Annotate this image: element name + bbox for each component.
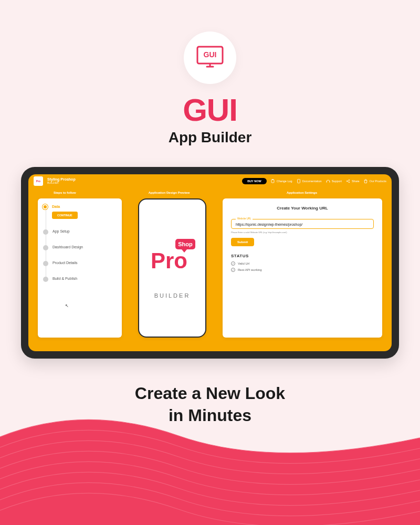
bag-icon	[364, 179, 368, 183]
step-label: Data	[52, 205, 117, 208]
footer-line2: in Minutes	[0, 405, 420, 427]
header-settings: Application Settings	[222, 191, 382, 194]
status-label: Valid Url	[238, 262, 249, 265]
status-rest-api: ✓ Rest API working	[231, 268, 374, 272]
brand-logo-icon: Pro	[34, 176, 43, 186]
step-indicator-icon	[43, 245, 48, 250]
svg-rect-7	[326, 182, 327, 183]
svg-line-13	[348, 181, 349, 182]
step-build-publish[interactable]: Build & Publish	[43, 277, 117, 282]
nav-documentation-label: Documentation	[302, 180, 322, 183]
svg-text:GUI: GUI	[204, 50, 217, 59]
step-indicator-icon	[43, 204, 48, 209]
step-label: Build & Publish	[52, 277, 117, 280]
url-value: https://iqonic.design/wp-themes/proshop/	[236, 223, 302, 226]
clipboard-icon	[271, 179, 275, 183]
status-valid-url: ✓ Valid Url	[231, 261, 374, 266]
cursor-icon: ↖	[65, 303, 69, 308]
phone-logo: Shop Pro	[146, 238, 198, 275]
step-indicator-icon	[43, 229, 48, 235]
svg-point-9	[349, 180, 350, 181]
step-app-setup[interactable]: App Setup	[43, 229, 117, 245]
nav-support-label: Support	[332, 180, 342, 183]
continue-button[interactable]: CONTINUE	[52, 212, 78, 219]
step-indicator-icon	[43, 261, 48, 266]
nav-documentation[interactable]: Documentation	[297, 179, 322, 183]
status-title: STATUS	[231, 254, 374, 258]
footer-headline: Create a New Look in Minutes	[0, 383, 420, 426]
status-label: Rest API working	[238, 268, 262, 271]
step-product-details[interactable]: Product Details	[43, 261, 117, 277]
header-steps: Steps to follow	[38, 191, 117, 194]
svg-point-10	[346, 181, 348, 182]
header-preview: Application Design Preview	[117, 191, 222, 194]
svg-rect-6	[297, 180, 300, 183]
url-label: Website URL	[236, 217, 253, 220]
builder-label: BUILDER	[154, 292, 191, 299]
nav-share[interactable]: Share	[346, 179, 360, 183]
svg-text:Pro: Pro	[151, 248, 187, 273]
app-screen: Pro Styling Proshop BUILDER BUY NOW Chan…	[28, 174, 392, 351]
nav-support[interactable]: Support	[326, 179, 342, 183]
svg-rect-4	[271, 180, 274, 183]
svg-point-11	[349, 182, 350, 183]
pro-shop-logo-icon: Shop Pro	[146, 238, 198, 275]
document-icon	[297, 179, 301, 183]
device-frame: Pro Styling Proshop BUILDER BUY NOW Chan…	[21, 167, 399, 359]
nav-products[interactable]: Our Products	[364, 179, 386, 183]
url-hint: Please Enter a valid Website URL (e.g. h…	[231, 231, 374, 234]
hero-subtitle: App Builder	[169, 129, 252, 146]
svg-rect-5	[272, 179, 274, 180]
submit-button[interactable]: Submit	[231, 238, 254, 246]
brand-text: Styling Proshop BUILDER	[47, 177, 76, 184]
svg-rect-8	[329, 182, 330, 183]
nav-changelog[interactable]: Change Log	[271, 179, 292, 183]
svg-line-12	[348, 180, 349, 181]
share-icon	[346, 179, 350, 183]
hero-title: GUI	[183, 94, 237, 126]
step-label: App Setup	[52, 229, 117, 233]
logo-circle: GUI	[184, 32, 236, 84]
brand-subtitle: BUILDER	[47, 182, 76, 185]
step-label: Dashboard Design	[52, 245, 117, 249]
step-label: Product Details	[52, 261, 117, 265]
url-input[interactable]: Website URL https://iqonic.design/wp-the…	[231, 219, 374, 229]
settings-panel: Create Your Working URL Website URL http…	[223, 198, 382, 338]
step-indicator-icon	[43, 277, 48, 282]
gui-monitor-icon: GUI	[196, 46, 224, 70]
section-headers: Steps to follow Application Design Previ…	[28, 188, 392, 198]
nav-changelog-label: Change Log	[277, 180, 292, 183]
check-icon: ✓	[231, 261, 235, 266]
buy-now-button[interactable]: BUY NOW	[242, 178, 266, 184]
settings-title: Create Your Working URL	[231, 206, 374, 211]
app-topbar: Pro Styling Proshop BUILDER BUY NOW Chan…	[28, 174, 392, 188]
phone-mockup: Shop Pro BUILDER	[138, 198, 206, 338]
preview-panel: Shop Pro BUILDER	[130, 198, 214, 338]
footer-line1: Create a New Look	[0, 383, 420, 405]
svg-text:Shop: Shop	[178, 241, 193, 247]
step-dashboard-design[interactable]: Dashboard Design	[43, 245, 117, 261]
nav-share-label: Share	[352, 180, 360, 183]
nav-products-label: Our Products	[370, 180, 386, 183]
steps-panel: Data CONTINUE App Setup Dashboard Design	[38, 198, 122, 338]
check-icon: ✓	[231, 268, 235, 272]
headset-icon	[326, 179, 330, 183]
step-data[interactable]: Data CONTINUE	[43, 205, 117, 229]
